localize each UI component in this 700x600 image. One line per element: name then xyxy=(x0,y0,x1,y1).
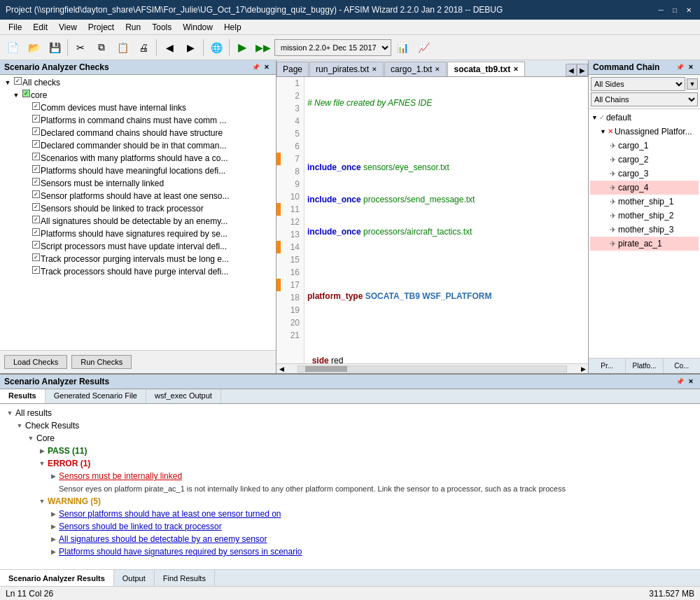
expand-icon[interactable]: ▶ xyxy=(36,445,48,457)
list-item[interactable]: ✓ Declared commander should be in that c… xyxy=(1,139,274,152)
copy-button[interactable]: ⧉ xyxy=(92,38,111,57)
tab-socata[interactable]: socata_tb9.txt ✕ xyxy=(447,62,525,76)
list-item[interactable]: ✓ Sensors must be internally linked xyxy=(1,177,274,190)
chain-item[interactable]: ✈ cargo_3 xyxy=(590,167,699,181)
list-item[interactable]: ✓ Platforms in command chains must have … xyxy=(1,114,274,127)
scroll-right-btn[interactable]: ▶ xyxy=(578,364,588,374)
tab-close-icon[interactable]: ✕ xyxy=(513,66,519,73)
panel-pin-icon[interactable]: 📌 xyxy=(675,62,685,72)
list-item[interactable]: ✓ Script processors must have update int… xyxy=(1,240,274,253)
panel-close-icon[interactable]: ✕ xyxy=(262,62,272,72)
scrollbar-track[interactable] xyxy=(298,365,567,372)
chain-item[interactable]: ✈ pirate_ac_1 xyxy=(590,237,699,251)
chain-footer-co[interactable]: Co... xyxy=(664,358,700,373)
scroll-left-btn[interactable]: ◀ xyxy=(276,364,286,374)
play-button[interactable]: ▶ xyxy=(232,38,252,57)
tab-wsf-exec[interactable]: wsf_exec Output xyxy=(146,389,221,403)
expand-icon[interactable]: ▼ xyxy=(4,407,15,419)
list-item[interactable]: ✓ Scenarios with many platforms should h… xyxy=(1,152,274,165)
chain-footer-platfo[interactable]: Platfo... xyxy=(626,358,663,373)
new-button[interactable]: 📄 xyxy=(3,38,22,57)
chain-item[interactable]: ▼ ✕ Unassigned Platfor... xyxy=(590,125,699,139)
tab-nav-left[interactable]: ◀ xyxy=(566,64,577,76)
menu-project[interactable]: Project xyxy=(83,21,120,34)
chart-button[interactable]: 📊 xyxy=(393,38,412,57)
tab-nav-right[interactable]: ▶ xyxy=(577,64,588,76)
chains-select[interactable]: All Chains xyxy=(591,92,698,106)
print-button[interactable]: 🖨 xyxy=(134,38,153,57)
list-item[interactable]: ✓ Sensors should be linked to track proc… xyxy=(1,202,274,215)
minimize-button[interactable]: ─ xyxy=(655,5,666,15)
scrollbar-thumb[interactable] xyxy=(305,366,347,372)
code-scrollbar-h[interactable]: ◀ ▶ xyxy=(276,363,588,373)
cut-button[interactable]: ✂ xyxy=(71,38,90,57)
load-checks-button[interactable]: Load Checks xyxy=(4,355,67,369)
list-item[interactable]: ✓ Declared command chains should have st… xyxy=(1,127,274,139)
list-item[interactable]: ✓ All signatures should be detectable by… xyxy=(1,215,274,228)
list-item[interactable]: ▼ ✓ All checks xyxy=(1,76,274,89)
run-checks-button[interactable]: Run Checks xyxy=(71,355,132,369)
globe-button[interactable]: 🌐 xyxy=(206,38,226,57)
list-item[interactable]: ▼ ✓ core xyxy=(1,89,274,102)
expand-icon[interactable]: ▼ xyxy=(11,90,21,101)
sides-expand-btn[interactable]: ▼ xyxy=(687,78,698,90)
result-tree-item[interactable]: ▶ Sensors should be linked to track proc… xyxy=(3,520,697,533)
expand-icon[interactable]: ▼ xyxy=(14,419,25,432)
menu-file[interactable]: File xyxy=(3,21,27,34)
chain-item[interactable]: ✈ mother_ship_3 xyxy=(590,223,699,237)
result-tree-item[interactable]: ▼ Core xyxy=(3,432,697,445)
expand-icon[interactable]: ▶ xyxy=(48,508,59,520)
code-content[interactable]: # New file created by AFNES IDE include_… xyxy=(304,77,588,363)
forward-button[interactable]: ▶ xyxy=(181,38,200,57)
panel-close-icon[interactable]: ✕ xyxy=(686,62,696,72)
expand-icon[interactable]: ▼ xyxy=(36,457,48,470)
panel-pin-icon[interactable]: 📌 xyxy=(675,377,685,386)
result-tree-item[interactable]: ▶ Platforms should have signatures requi… xyxy=(3,545,697,558)
list-item[interactable]: ✓ Platforms should have meaningful locat… xyxy=(1,165,274,177)
tab-results[interactable]: Results xyxy=(0,389,46,403)
menu-run[interactable]: Run xyxy=(120,21,146,34)
back-button[interactable]: ◀ xyxy=(160,38,179,57)
list-item[interactable]: ✓ Comm devices must have internal links xyxy=(1,102,274,114)
list-item[interactable]: ✓ Sensor platforms should have at least … xyxy=(1,190,274,202)
tab-cargo1[interactable]: cargo_1.txt ✕ xyxy=(384,62,447,76)
tab-generated-scenario[interactable]: Generated Scenario File xyxy=(46,389,146,403)
status-tab-output[interactable]: Output xyxy=(114,570,155,586)
chain-item[interactable]: ✈ cargo_1 xyxy=(590,139,699,153)
result-tree-item[interactable]: ▼ Check Results xyxy=(3,419,697,432)
list-item[interactable]: ✓ Platforms should have signatures requi… xyxy=(1,228,274,240)
list-item[interactable]: ✓ Track processors should have purge int… xyxy=(1,265,274,278)
menu-window[interactable]: Window xyxy=(177,21,218,34)
menu-view[interactable]: View xyxy=(53,21,83,34)
step-button[interactable]: ▶▶ xyxy=(253,38,273,57)
chain-item[interactable]: ✈ cargo_2 xyxy=(590,153,699,167)
code-area[interactable]: 1 2 3 4 5 6 7 8 9 10 11 xyxy=(276,77,588,363)
expand-icon[interactable]: ▶ xyxy=(48,470,59,482)
graph-button[interactable]: 📈 xyxy=(414,38,433,57)
chain-footer-pr[interactable]: Pr... xyxy=(589,358,626,373)
paste-button[interactable]: 📋 xyxy=(113,38,132,57)
result-tree-item[interactable]: ▶ PASS (11) xyxy=(3,445,697,457)
expand-icon[interactable]: ▼ xyxy=(36,495,48,508)
result-tree-item[interactable]: ▶ Sensor platforms should have at least … xyxy=(3,508,697,520)
tab-run-pirates[interactable]: run_pirates.txt ✕ xyxy=(309,62,384,76)
chain-item[interactable]: ▼ ✓ default xyxy=(590,111,699,125)
close-button[interactable]: ✕ xyxy=(683,5,694,15)
chain-item[interactable]: ✈ cargo_4 xyxy=(590,181,699,195)
status-tab-scenario[interactable]: Scenario Analyzer Results xyxy=(0,570,114,586)
result-tree-item[interactable]: ▼ All results xyxy=(3,407,697,419)
result-tree-item[interactable]: ▶ All signatures should be detectable by… xyxy=(3,533,697,545)
save-button[interactable]: 💾 xyxy=(45,38,64,57)
expand-icon[interactable]: ▶ xyxy=(48,533,59,545)
status-tab-find[interactable]: Find Results xyxy=(155,570,215,586)
tab-close-icon[interactable]: ✕ xyxy=(372,66,377,73)
tab-close-icon[interactable]: ✕ xyxy=(435,66,440,73)
expand-icon[interactable]: ▶ xyxy=(48,545,59,558)
tab-page[interactable]: Page xyxy=(276,62,309,76)
result-tree-item[interactable]: ▼ WARNING (5) xyxy=(3,495,697,508)
panel-pin-icon[interactable]: 📌 xyxy=(251,62,260,72)
result-tree-item[interactable]: ▼ ERROR (1) xyxy=(3,457,697,470)
sides-select[interactable]: All Sides xyxy=(591,77,685,91)
open-button[interactable]: 📂 xyxy=(24,38,43,57)
menu-help[interactable]: Help xyxy=(218,21,247,34)
